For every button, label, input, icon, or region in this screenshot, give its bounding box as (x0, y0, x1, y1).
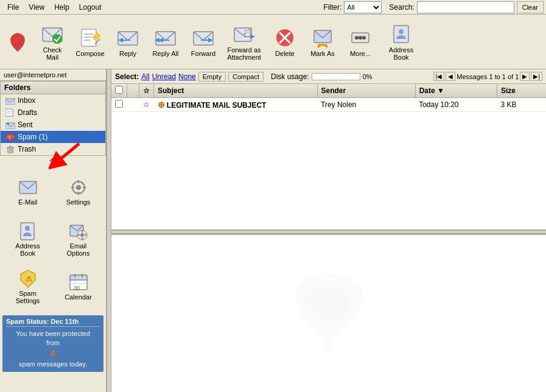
row-subject-cell[interactable]: ⊕ LEGITIMATE MAIL SUBJECT (154, 98, 318, 112)
compose-icon (79, 27, 101, 49)
app-spamsettings-button[interactable]: ⚠ Spam Settings (5, 265, 51, 308)
svg-rect-44 (8, 147, 13, 153)
col-subject-header[interactable]: Subject (154, 84, 318, 98)
disk-percentage: 0% (363, 73, 373, 80)
svg-point-30 (359, 36, 362, 40)
forward-icon (192, 27, 214, 49)
col-star-header[interactable]: ☆ (139, 84, 154, 98)
search-label: Search: (389, 3, 414, 12)
delete-button[interactable]: Delete (267, 17, 303, 67)
compose-button[interactable]: Compose (72, 17, 108, 67)
spam-icon: ! (5, 133, 15, 141)
forward-attachment-icon (233, 23, 255, 45)
mark-as-button[interactable]: Mark As (304, 17, 341, 67)
app-emailoptions-button[interactable]: Email Options (55, 218, 101, 261)
sidebar-expand-button[interactable] (0, 156, 106, 163)
user-email: user@internetpro.net (4, 71, 67, 79)
row-sender-cell[interactable]: Trey Nolen (317, 98, 415, 112)
disk-progress-bar (312, 73, 360, 80)
empty-button[interactable]: Empty (198, 72, 226, 82)
select-unread-link[interactable]: Unread (152, 72, 176, 81)
search-input[interactable] (417, 1, 514, 13)
reply-all-button[interactable]: Reply All (147, 17, 184, 67)
svg-rect-37 (5, 109, 13, 116)
folder-sent[interactable]: Sent (1, 119, 105, 131)
forward-button[interactable]: Forward (185, 17, 222, 67)
emailoptions-app-icon (69, 222, 88, 241)
col-checkbox[interactable] (111, 84, 127, 98)
reply-all-label: Reply All (153, 50, 179, 57)
apps-panel: E-Mail Settings (0, 166, 106, 313)
app-settings-button[interactable]: Settings (55, 170, 101, 213)
preview-logo (283, 273, 374, 354)
compact-button[interactable]: Compact (228, 72, 264, 82)
svg-point-79 (324, 341, 334, 351)
svg-rect-55 (78, 192, 79, 195)
spam-status-panel: Spam Status: Dec 11th You have been prot… (2, 315, 103, 372)
first-page-button[interactable]: |◀ (433, 72, 445, 81)
clear-button[interactable]: Clear (517, 1, 544, 13)
menu-help[interactable]: Help (49, 2, 74, 13)
address-book-button[interactable]: Address Book (380, 17, 422, 67)
spam-protected-text3: spam messages today. (19, 360, 87, 368)
row-subject: LEGITIMATE MAIL SUBJECT (167, 101, 267, 110)
select-all-checkbox[interactable] (115, 86, 123, 94)
addressbook-app-icon (18, 222, 38, 241)
forward-label: Forward (191, 50, 215, 57)
row-checkbox[interactable] (115, 100, 123, 108)
select-none-link[interactable]: None (178, 72, 196, 81)
address-book-toolbar-label: Address Book (383, 46, 419, 61)
check-mail-button[interactable]: Check Mail (34, 17, 71, 67)
row-star-cell[interactable]: ☆ (139, 98, 154, 112)
settings-app-icon (69, 178, 88, 197)
menu-file[interactable]: File (2, 2, 24, 13)
email-table-container: ☆ Subject Sender Date ▼ Size ☆ (111, 84, 546, 230)
filter-select[interactable]: All Unread Flagged (344, 1, 382, 13)
folder-drafts[interactable]: Drafts (1, 107, 105, 119)
star-icon[interactable]: ☆ (143, 100, 150, 109)
svg-point-63 (25, 226, 30, 231)
forward-attachment-button[interactable]: Forward as Attachment (223, 17, 265, 67)
row-flag-cell[interactable] (127, 98, 139, 112)
sidebar: user@internetpro.net Folders Inbox Draft… (0, 69, 107, 392)
menu-logout[interactable]: Logout (74, 2, 107, 13)
svg-point-53 (76, 185, 81, 190)
svg-rect-54 (78, 180, 79, 183)
col-date-header[interactable]: Date ▼ (415, 84, 497, 98)
folder-spam[interactable]: ! Spam (1) (1, 131, 105, 143)
col-size-header[interactable]: Size (497, 84, 546, 98)
mark-as-icon (312, 27, 334, 49)
folder-inbox[interactable]: Inbox (1, 94, 105, 107)
reply-button[interactable]: Reply (110, 17, 146, 67)
svg-marker-42 (6, 133, 15, 141)
more-icon (349, 27, 371, 49)
svg-rect-74 (70, 275, 87, 280)
folder-trash[interactable]: Trash (1, 143, 105, 155)
folders-header: Folders (1, 82, 105, 94)
delete-label: Delete (275, 50, 295, 57)
app-addressbook-label: Address Book (8, 242, 47, 257)
sidebar-resize-handle[interactable]: ⋮ (107, 69, 111, 392)
col-flag-header[interactable] (127, 84, 139, 98)
filter-area: Filter: All Unread Flagged Search: Clear (323, 1, 544, 13)
app-email-button[interactable]: E-Mail (5, 170, 51, 213)
select-all-link[interactable]: All (141, 72, 149, 81)
table-row[interactable]: ☆ ⊕ LEGITIMATE MAIL SUBJECT Trey Nolen T… (111, 98, 546, 112)
main-layout: user@internetpro.net Folders Inbox Draft… (0, 69, 546, 392)
toolbar: Check Mail Compose Reply (0, 15, 546, 69)
more-button[interactable]: More... (342, 17, 379, 67)
prev-page-button[interactable]: ◀ (446, 72, 455, 81)
svg-rect-67 (82, 230, 83, 233)
app-emailoptions-label: Email Options (58, 242, 98, 257)
col-sender-header[interactable]: Sender (317, 84, 415, 98)
app-addressbook-button[interactable]: Address Book (5, 218, 51, 261)
svg-rect-62 (19, 231, 22, 233)
next-page-button[interactable]: ▶ (520, 72, 530, 81)
app-calendar-button[interactable]: 30 Calendar (55, 265, 101, 308)
last-page-button[interactable]: ▶| (531, 72, 542, 81)
reply-icon (117, 27, 139, 49)
menu-view[interactable]: View (24, 2, 49, 13)
svg-text:30: 30 (74, 285, 80, 291)
email-table: ☆ Subject Sender Date ▼ Size ☆ (111, 84, 546, 112)
menubar: File View Help Logout Filter: All Unread… (0, 0, 546, 15)
